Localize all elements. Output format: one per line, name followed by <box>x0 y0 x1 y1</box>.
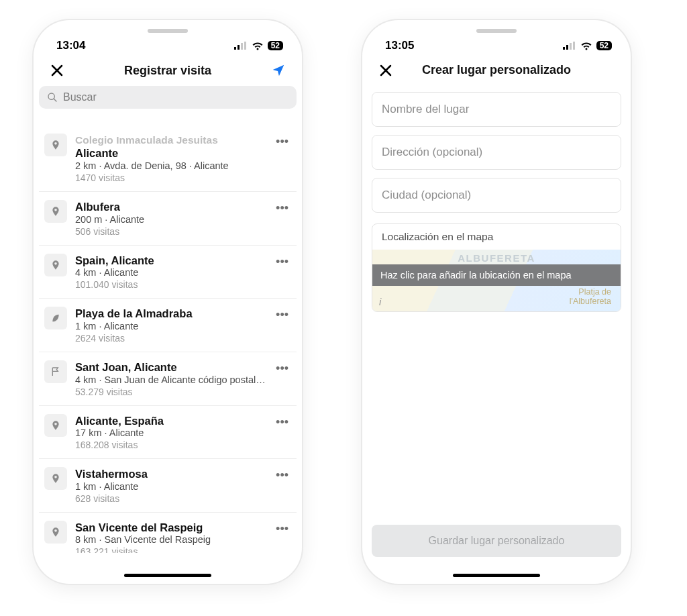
svg-rect-7 <box>563 47 565 50</box>
phone-left: 13:04 52 Registrar visita Buscar Colegio… <box>34 20 302 584</box>
map-preview[interactable]: ALBUFERETA Haz clic para añadir la ubica… <box>372 250 621 311</box>
place-info: Alicante, España 17 km · Alicante 168.20… <box>75 414 268 451</box>
place-row[interactable]: San Vicente del Raspeig 8 km · San Vicen… <box>39 513 297 553</box>
place-name: Alicante <box>75 146 268 160</box>
more-button[interactable]: ••• <box>276 360 291 376</box>
more-button[interactable]: ••• <box>276 521 291 536</box>
place-visits: 101.040 visitas <box>75 279 268 290</box>
svg-rect-1 <box>237 45 240 50</box>
search-placeholder: Buscar <box>63 91 97 103</box>
place-name: Spain, Alicante <box>75 254 268 268</box>
more-button[interactable]: ••• <box>276 200 291 215</box>
more-button[interactable]: ••• <box>276 307 291 322</box>
place-info: Colegio Inmaculada Jesuitas Alicante 2 k… <box>75 134 268 183</box>
more-button[interactable]: ••• <box>276 134 291 149</box>
pin-icon <box>44 467 67 490</box>
place-info: Playa de la Almadraba 1 km · Alicante 26… <box>75 307 268 344</box>
close-icon <box>50 64 64 77</box>
svg-rect-8 <box>566 45 568 50</box>
map-section: Localización en el mapa ALBUFERETA Haz c… <box>372 223 621 312</box>
pin-icon <box>44 414 67 437</box>
svg-rect-0 <box>234 47 236 50</box>
place-name: Vistahermosa <box>75 467 268 481</box>
place-visits: 506 visitas <box>75 226 268 237</box>
status-bar: 13:05 52 <box>362 20 631 56</box>
pin-icon <box>44 521 67 544</box>
place-name-input[interactable] <box>372 92 621 127</box>
nav-bar: Registrar visita <box>34 56 302 86</box>
place-visits: 628 visitas <box>75 493 268 504</box>
close-icon <box>379 64 392 77</box>
status-time: 13:04 <box>56 39 85 52</box>
places-list[interactable]: Colegio Inmaculada Jesuitas Alicante 2 k… <box>39 131 297 553</box>
svg-line-5 <box>54 99 56 101</box>
place-visits: 53.279 visitas <box>75 387 268 397</box>
pin-icon <box>44 134 67 156</box>
location-arrow-icon <box>271 63 286 78</box>
map-info-icon: i <box>379 296 381 307</box>
close-button[interactable] <box>47 64 67 77</box>
place-name: Albufera <box>75 200 268 214</box>
cell-icon <box>234 42 248 50</box>
place-subtitle: 17 km · Alicante <box>75 427 268 438</box>
place-row[interactable]: Alicante, España 17 km · Alicante 168.20… <box>39 406 297 460</box>
search-icon <box>47 92 58 103</box>
place-row[interactable]: Sant Joan, Alicante 4 km · San Juan de A… <box>39 352 297 406</box>
place-name: San Vicente del Raspeig <box>75 521 268 535</box>
notch <box>148 29 188 33</box>
wifi-icon <box>252 42 264 50</box>
place-visits: 1470 visitas <box>75 172 268 183</box>
place-info: Vistahermosa 1 km · Alicante 628 visitas <box>75 467 268 504</box>
svg-rect-9 <box>570 43 572 50</box>
flag-icon <box>44 360 67 383</box>
wifi-icon <box>580 42 592 50</box>
nav-title: Crear lugar personalizado <box>396 63 597 77</box>
svg-rect-2 <box>241 43 243 50</box>
location-button[interactable] <box>268 63 288 78</box>
pin-icon <box>44 254 67 276</box>
place-row[interactable]: Vistahermosa 1 km · Alicante 628 visitas… <box>39 459 297 513</box>
search-input[interactable]: Buscar <box>39 86 297 109</box>
place-info: Albufera 200 m · Alicante 506 visitas <box>75 200 268 237</box>
status-time: 13:05 <box>385 39 414 52</box>
svg-rect-3 <box>244 42 246 50</box>
more-button[interactable]: ••• <box>276 254 291 269</box>
svg-rect-10 <box>573 42 575 50</box>
place-visits: 163.221 visitas <box>75 546 268 553</box>
place-name: Alicante, España <box>75 414 268 428</box>
place-info: San Vicente del Raspeig 8 km · San Vicen… <box>75 521 268 553</box>
nav-bar: Crear lugar personalizado <box>362 56 631 85</box>
place-subtitle: 8 km · San Vicente del Raspeig <box>75 534 268 545</box>
place-subtitle: 1 km · Alicante <box>75 321 268 331</box>
battery-badge: 52 <box>596 41 612 50</box>
place-info: Spain, Alicante 4 km · Alicante 101.040 … <box>75 254 268 291</box>
place-row[interactable]: Playa de la Almadraba 1 km · Alicante 26… <box>39 299 297 352</box>
save-place-button[interactable]: Guardar lugar personalizado <box>372 525 621 557</box>
place-city-input[interactable] <box>372 178 621 213</box>
home-indicator <box>453 574 540 577</box>
battery-badge: 52 <box>268 41 283 50</box>
place-address-input[interactable] <box>372 135 621 170</box>
place-subtitle: 4 km · San Juan de Alicante código posta… <box>75 374 268 385</box>
place-row[interactable]: Colegio Inmaculada Jesuitas Alicante 2 k… <box>39 131 297 192</box>
place-subtitle: 200 m · Alicante <box>75 214 268 225</box>
place-subtitle: 1 km · Alicante <box>75 481 268 492</box>
map-overlay-hint: Haz clic para añadir la ubicación en el … <box>372 264 621 286</box>
nav-title: Registrar visita <box>67 64 268 78</box>
map-sublabel: Platja de l'Albufereta <box>570 287 611 306</box>
more-button[interactable]: ••• <box>276 414 291 429</box>
place-row[interactable]: Albufera 200 m · Alicante 506 visitas ••… <box>39 192 297 246</box>
notch <box>476 29 517 33</box>
more-button[interactable]: ••• <box>276 467 291 482</box>
place-subtitle: 4 km · Alicante <box>75 267 268 278</box>
place-name-truncated: Colegio Inmaculada Jesuitas <box>75 134 268 146</box>
status-bar: 13:04 52 <box>34 20 302 56</box>
status-icons: 52 <box>234 41 283 50</box>
place-row[interactable]: Spain, Alicante 4 km · Alicante 101.040 … <box>39 246 297 299</box>
create-place-form: Localización en el mapa ALBUFERETA Haz c… <box>362 85 631 312</box>
cell-icon <box>563 42 576 50</box>
place-info: Sant Joan, Alicante 4 km · San Juan de A… <box>75 360 268 397</box>
close-button[interactable] <box>376 64 396 77</box>
map-label: Localización en el mapa <box>372 224 621 250</box>
place-name: Playa de la Almadraba <box>75 307 268 321</box>
